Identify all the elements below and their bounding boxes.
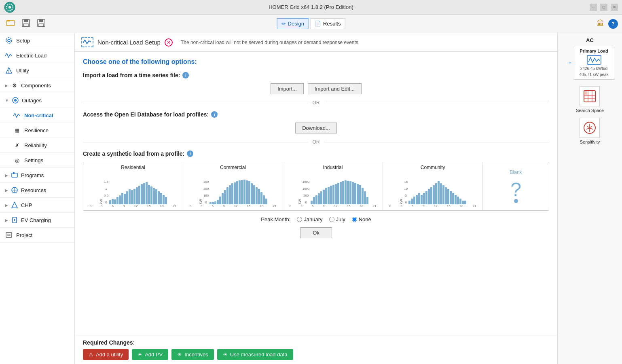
sidebar-item-project[interactable]: Project — [0, 228, 74, 243]
svg-rect-28 — [6, 233, 12, 237]
measured-load-icon: ☀ — [223, 351, 228, 358]
incentives-icon: ☀ — [177, 351, 182, 358]
electric-load-icon — [5, 51, 13, 59]
saveas-button[interactable]: + — [35, 17, 48, 31]
required-changes-title: Required Changes: — [83, 339, 549, 346]
toolbar-right: 🏛 ? — [595, 18, 618, 30]
content-scroll: Choose one of the following options: Imp… — [75, 52, 557, 335]
primary-load-box[interactable]: Primary Load 2426.45 kWh/d 405.71 kW pea… — [574, 46, 614, 80]
minimize-button[interactable]: ─ — [590, 4, 597, 11]
ev-charging-label: EV Charging — [21, 217, 51, 223]
peak-month-january-radio[interactable] — [297, 217, 302, 222]
non-critical-label: Non-critical — [24, 112, 53, 119]
svg-point-2 — [8, 6, 11, 8]
close-button[interactable]: ✕ — [611, 4, 618, 11]
svg-point-17 — [8, 72, 9, 73]
project-icon — [5, 231, 13, 239]
design-icon: ✏ — [281, 21, 286, 27]
profile-industrial[interactable]: Industrial kW 1500 1000 500 0 — [283, 162, 383, 210]
load-stats-2: 405.71 kW peak — [577, 72, 611, 77]
load-stats-1: 2426.45 kWh/d — [577, 66, 611, 71]
results-tab[interactable]: 📄 Results — [310, 18, 345, 29]
synthetic-info-icon[interactable]: i — [187, 150, 193, 157]
ok-row: Ok — [83, 227, 549, 238]
profile-community[interactable]: Community kW 15 10 5 0 — [383, 162, 483, 210]
sidebar-item-utility[interactable]: Utility — [0, 63, 74, 78]
search-space-item[interactable]: Search Space — [576, 86, 604, 113]
outages-icon — [11, 96, 19, 104]
import-button[interactable]: Import... — [271, 83, 304, 94]
community-y-unit: kW — [399, 199, 403, 204]
sidebar-item-reliability[interactable]: ✗ Reliability — [0, 138, 74, 153]
industrial-y-unit: kW — [298, 199, 302, 204]
peak-month-none[interactable]: None — [352, 216, 371, 222]
sidebar-item-resilience[interactable]: ▦ Resilience — [0, 123, 74, 138]
app-logo — [4, 2, 15, 13]
sidebar-item-outages[interactable]: ▼ Outages — [0, 93, 74, 108]
chp-label: CHP — [21, 202, 32, 208]
or-divider-1: OR — [83, 100, 549, 106]
profile-blank[interactable]: Blank ? — [483, 162, 549, 210]
commercial-bars — [209, 176, 267, 204]
resilience-icon: ▦ — [13, 126, 21, 134]
sidebar-item-electric-load[interactable]: Electric Load — [0, 48, 74, 63]
add-utility-button[interactable]: ⚠ Add a utility — [83, 349, 129, 360]
resources-expand-icon: ▶ — [5, 188, 8, 193]
close-page-button[interactable]: ✕ — [165, 38, 173, 47]
measured-load-button[interactable]: ☀ Use measured load data — [217, 349, 293, 360]
resources-label: Resources — [21, 187, 46, 193]
content-area: Non-critical Load Setup ✕ The non-critic… — [75, 33, 557, 364]
settings-label: Settings — [24, 157, 43, 163]
svg-rect-37 — [585, 91, 587, 95]
sidebar-item-chp[interactable]: ▶ CHP — [0, 198, 74, 213]
sidebar-item-setup[interactable]: Setup — [0, 33, 74, 48]
help-button[interactable]: ? — [608, 19, 618, 29]
profile-commercial[interactable]: Commercial kW 300 200 100 0 — [183, 162, 283, 210]
sidebar-item-components[interactable]: ▶ ⚙ Components — [0, 78, 74, 93]
utility-label: Utility — [16, 68, 29, 74]
industrial-x-labels: 036912151821 — [285, 204, 381, 208]
programs-icon — [11, 171, 19, 179]
import-info-icon[interactable]: i — [182, 72, 189, 78]
library-button[interactable]: 🏛 — [595, 18, 606, 30]
import-edit-button[interactable]: Import and Edit... — [308, 83, 362, 94]
sidebar-item-resources[interactable]: ▶ Resources — [0, 183, 74, 198]
openei-info-icon[interactable]: i — [211, 111, 218, 118]
section-heading: Choose one of the following options: — [83, 58, 549, 66]
search-space-icon — [580, 86, 600, 106]
maximize-button[interactable]: □ — [600, 4, 607, 11]
resilience-label: Resilience — [24, 127, 49, 133]
profile-residential[interactable]: Residential kW 1.5 1 0.5 0 — [83, 162, 183, 210]
panel-actions: Search Space Sensitivity — [576, 86, 604, 144]
sensitivity-icon — [580, 118, 600, 138]
open-button[interactable] — [4, 17, 17, 31]
download-button[interactable]: Download... — [295, 123, 337, 133]
residential-label: Residential — [85, 165, 181, 170]
design-tab[interactable]: ✏ Design — [277, 18, 309, 29]
peak-month-january[interactable]: January — [297, 216, 322, 222]
sidebar-item-ev-charging[interactable]: ▶ EV Charging — [0, 213, 74, 228]
save-button[interactable] — [19, 17, 32, 31]
download-button-row: Download... — [83, 123, 549, 133]
reliability-icon: ✗ — [13, 141, 21, 149]
sidebar-item-non-critical[interactable]: Non-critical — [0, 108, 74, 123]
peak-month-none-radio[interactable] — [352, 217, 357, 222]
window-controls[interactable]: ─ □ ✕ — [590, 4, 618, 11]
add-pv-button[interactable]: ☀ Add PV — [132, 349, 168, 360]
sidebar-item-programs[interactable]: ▶ Programs — [0, 168, 74, 183]
toolbar: + ✏ Design 📄 Results 🏛 ? — [0, 15, 622, 33]
ok-button[interactable]: Ok — [300, 227, 332, 238]
chp-icon — [11, 201, 19, 209]
sidebar-item-settings[interactable]: ◎ Settings — [0, 153, 74, 168]
incentives-button[interactable]: ☀ Incentives — [171, 349, 214, 360]
sensitivity-item[interactable]: Sensitivity — [580, 118, 600, 144]
svg-marker-25 — [12, 202, 17, 208]
peak-month-july[interactable]: July — [329, 216, 345, 222]
openei-section-label: Access the Open EI Database for load pro… — [83, 111, 549, 118]
arrow-connector: → — [566, 59, 572, 66]
commercial-chart: kW 300 200 100 0 — [185, 172, 281, 204]
primary-load-icon — [577, 55, 611, 65]
or-divider-2: OR — [83, 139, 549, 145]
peak-month-july-radio[interactable] — [329, 217, 334, 222]
import-section-label: Import a load from a time series file: i — [83, 72, 549, 78]
